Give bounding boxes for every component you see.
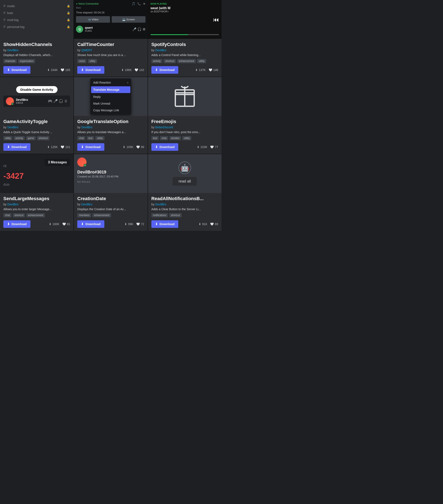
like-icon: 🤍 [136,222,140,226]
plugin-card-show-hidden-channels: #mods🔒#bots🔒#mod-log🔒#personal-log🔒 Show… [0,0,73,77]
plugin-stats: ⬇ 100K 🤍 81 [49,222,70,226]
tag: emotes [169,136,181,140]
download-icon: ⬇ [155,68,158,72]
plugin-description: Allows you to translate Messages a... [77,130,144,134]
plugin-author: by QWERT [77,49,144,52]
download-stat-icon: ⬇ [199,222,201,226]
download-button[interactable]: ⬇ Download [3,66,30,74]
like-count: 🤍 165 [61,68,70,72]
download-count: ⬇ 100K [49,222,59,226]
plugin-tags: membersenhancement [77,213,144,217]
plugin-name: ReadAllNotificationsB... [151,196,218,201]
like-count: 🤍 142 [135,68,144,72]
tag: enhancement [26,213,45,217]
plugin-name: GameActivityToggle [3,119,70,124]
tag: utility [3,136,12,140]
download-button[interactable]: ⬇ Download [3,143,30,151]
tag: shortcut [37,136,49,140]
plugin-tags: notificationsshortcut [151,213,218,217]
plugin-tags: voiceutility [77,59,144,63]
plugin-author: by DevilBro [77,126,144,129]
like-number: 165 [65,68,70,72]
like-icon: 🤍 [136,145,140,149]
plugin-description: Adds a Quick-Toggle Game Activity ... [3,130,70,134]
download-stat-icon: ⬇ [197,145,199,149]
download-icon: ⬇ [81,222,84,226]
like-number: 81 [67,222,70,226]
download-button[interactable]: ⬇ Download [151,66,178,74]
download-button[interactable]: ⬇ Download [3,220,30,228]
download-button[interactable]: ⬇ Download [77,66,104,74]
like-number: 142 [139,68,144,72]
plugin-card-free-emojis: FreeEmojis by BetterDiscord If you don't… [148,77,221,154]
tag: channels [3,59,17,63]
download-button[interactable]: ⬇ Download [151,220,178,228]
like-icon: 🤍 [210,222,214,226]
download-stat-icon: ⬇ [47,145,50,149]
like-count: 🤍 77 [210,145,218,149]
download-number: 91K [202,222,207,226]
download-stat-icon: ⬇ [49,222,52,226]
download-icon: ⬇ [7,222,10,226]
download-stat-icon: ⬇ [47,68,50,72]
plugin-name: SpotifyControls [151,42,218,47]
plugin-stats: ⬇ 103K 🤍 77 [197,145,218,149]
download-number: 100K [53,222,59,226]
download-icon: ⬇ [155,222,158,226]
like-number: 146 [213,68,218,72]
like-count: 🤍 69 [210,222,218,226]
plugin-author: by DevilBro [151,203,218,206]
download-count: ⬇ 137K [195,68,206,72]
download-number: 99K [128,222,133,226]
download-label: Download [86,68,101,72]
tag: chat [3,213,12,217]
plugin-author: by DevilBro [151,49,218,52]
download-number: 103K [200,145,207,149]
plugin-author: by DevilBro [77,203,144,206]
download-button[interactable]: ⬇ Download [151,143,178,151]
like-count: 🤍 72 [136,222,144,226]
tag: members [77,213,91,217]
download-label: Download [86,222,101,226]
plugin-author: by DevilBro [3,49,70,52]
download-number: 186K [125,68,132,72]
plugin-card-spotify-controls: NOW PLAYING weat (with M on BODYWOR> ⏮ S… [148,0,221,77]
plugin-card-read-all-notifications: 🤖 read all ReadAllNotificationsB... by D… [148,154,221,231]
download-icon: ⬇ [155,145,158,149]
plugin-name: CallTimeCounter [77,42,144,47]
plugin-card-game-activity-toggle: Disable Game Activity DevilBro #3019 🎮 🎤… [0,77,73,154]
download-count: ⬇ 105K [123,145,133,149]
download-number: 137K [199,68,206,72]
download-count: ⬇ 125K [47,145,58,149]
like-number: 69 [215,222,218,226]
download-label: Download [86,145,101,149]
plugin-stats: ⬇ 125K 🤍 101 [47,145,70,149]
download-stat-icon: ⬇ [195,68,198,72]
plugin-stats: ⬇ 105K 🤍 89 [123,145,144,149]
download-label: Download [12,68,27,72]
like-count: 🤍 101 [61,145,70,149]
plugin-card-google-translate-option: Add Reaction › Translate Message Reply M… [74,77,147,154]
tag: utility [88,59,97,63]
plugin-stats: ⬇ 244K 🤍 165 [47,68,70,72]
tag: utility [197,59,206,63]
download-button[interactable]: ⬇ Download [77,143,104,151]
download-count: ⬇ 99K [124,222,133,226]
tag: utility [182,136,191,140]
tag: utility [95,136,104,140]
plugin-name: GoogleTranslateOption [77,119,144,124]
like-count: 🤍 89 [136,145,144,149]
plugin-card-send-large-messages: nt 3 Messages -3427 duis SendLargeMessag… [0,154,73,231]
tag: shortcut [169,213,182,217]
like-number: 101 [65,145,70,149]
download-label: Download [159,145,175,149]
plugin-tags: textchatemotesutility [151,136,218,140]
plugin-stats: ⬇ 91K 🤍 69 [199,222,218,226]
download-button[interactable]: ⬇ Download [77,220,104,228]
plugin-tags: utilityactivitygameshortcut [3,136,70,140]
plugin-grid: #mods🔒#bots🔒#mod-log🔒#personal-log🔒 Show… [0,0,221,231]
download-label: Download [12,222,27,226]
plugin-description: Allows you to enter larger Message... [3,207,70,212]
tag: voice [77,59,87,63]
download-number: 125K [51,145,58,149]
